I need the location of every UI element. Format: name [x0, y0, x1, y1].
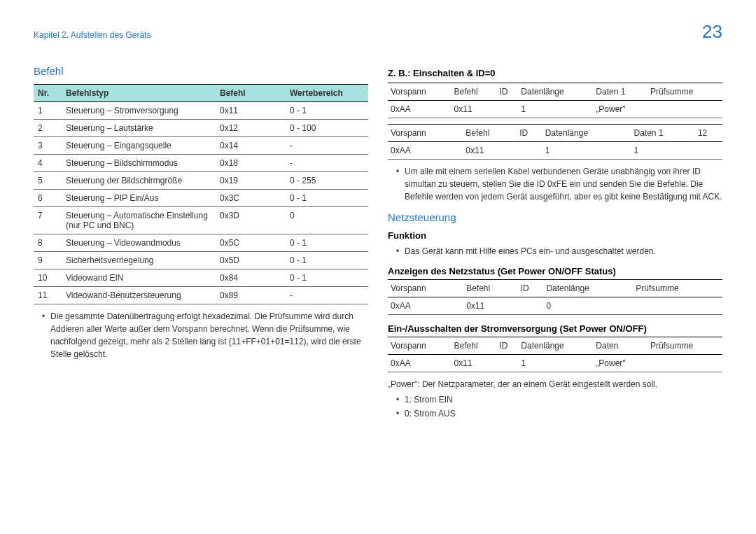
left-note: Die gesammte Datenübertragung erfolgt he…: [42, 310, 368, 360]
t2-h3: ID: [517, 125, 542, 142]
cell-typ: Steuerung – Bildschirmmodus: [62, 155, 216, 172]
left-note-list: Die gesammte Datenübertragung erfolgt he…: [34, 310, 368, 360]
right-note-list: Um alle mit einem seriellen Kabel verbun…: [388, 165, 722, 203]
table-row: 3Steuerung – Eingangsquelle0x14-: [34, 137, 368, 155]
chapter-title: Kapitel 2. Aufstellen des Geräts: [34, 30, 150, 40]
t2-h2: Befehl: [463, 125, 517, 142]
status-table: Vorspann Befehl ID Datenlänge Prüfsumme …: [388, 279, 722, 315]
t3-h5: Prüfsumme: [633, 280, 722, 297]
t2-h5: Daten 1: [631, 125, 694, 142]
t4-r1: 0xAA: [388, 355, 451, 372]
t1-r2: 0x11: [451, 101, 497, 118]
cell-befehl: 0x12: [216, 120, 286, 137]
table-row: 2Steuerung – Lautstärke0x120 - 100: [34, 120, 368, 137]
cell-nr: 1: [34, 102, 62, 120]
t4-r2: 0x11: [451, 355, 497, 372]
table-row: 10Videowand EIN0x840 - 1: [34, 269, 368, 287]
cell-typ: Steuerung der Bildschirmgröße: [62, 172, 216, 190]
cell-typ: Steuerung – Lautstärke: [62, 120, 216, 137]
status-title: Anzeigen des Netzstatus (Get Power ON/OF…: [388, 266, 722, 276]
cell-werte: 0 - 1: [286, 252, 368, 269]
cell-typ: Steuerung – Videowandmodus: [62, 234, 216, 252]
t3-h3: ID: [518, 280, 544, 297]
page-header: Kapitel 2. Aufstellen des Geräts 23: [34, 21, 722, 43]
t4-h1: Vorspann: [388, 337, 451, 355]
t2-r2: 0x11: [463, 142, 517, 160]
cell-nr: 2: [34, 120, 62, 137]
t1-h6: Prüfsumme: [648, 83, 722, 101]
cell-befehl: 0x14: [216, 137, 286, 155]
t1-h4: Datenlänge: [518, 83, 593, 101]
table-row: 4Steuerung – Bildschirmmodus0x18-: [34, 155, 368, 172]
t2-h1: Vorspann: [388, 125, 463, 142]
cell-befehl: 0x19: [216, 172, 286, 190]
cell-nr: 6: [34, 190, 62, 207]
cell-befehl: 0x89: [216, 287, 286, 304]
cell-werte: 0 - 1: [286, 102, 368, 120]
section-title-befehl: Befehl: [34, 65, 368, 77]
t2-r5: 1: [631, 142, 694, 160]
onoff-title: Ein-/Ausschalten der Stromversorgung (Se…: [388, 323, 722, 334]
cell-nr: 3: [34, 137, 62, 155]
cell-typ: Steuerung – PIP Ein/Aus: [62, 190, 216, 207]
table-row: 7Steuerung – Automatische Einstellung (n…: [34, 207, 368, 234]
cell-nr: 10: [34, 269, 62, 287]
cell-werte: 0 - 1: [286, 269, 368, 287]
t2-h6: 12: [695, 125, 722, 142]
t4-r5: „Power": [593, 355, 648, 372]
cell-werte: -: [286, 155, 368, 172]
t1-r3: [496, 101, 518, 118]
cell-befehl: 0x5C: [216, 234, 286, 252]
t4-r3: [496, 355, 518, 372]
t1-h5: Daten 1: [593, 83, 648, 101]
t2-r3: [517, 142, 542, 160]
col-header-befehl: Befehl: [216, 85, 286, 102]
funktion-text: Das Gerät kann mit Hilfe eines PCs ein- …: [396, 245, 722, 258]
cell-befehl: 0x3D: [216, 207, 286, 234]
t1-r4: 1: [518, 101, 593, 118]
example-table-2: Vorspann Befehl ID Datenlänge Daten 1 12…: [388, 124, 722, 160]
cell-nr: 8: [34, 234, 62, 252]
right-column: Z. B.: Einschalten & ID=0 Vorspann Befeh…: [388, 65, 722, 421]
cell-werte: 0: [286, 207, 368, 234]
cell-befehl: 0x5D: [216, 252, 286, 269]
t3-r4: 0: [543, 297, 633, 315]
t3-h4: Datenlänge: [543, 280, 633, 297]
cell-typ: Videowand-Benutzersteuerung: [62, 287, 216, 304]
col-header-nr: Nr.: [34, 85, 62, 102]
power-note: „Power": Der Netzparameter, der an einem…: [388, 378, 722, 391]
t4-h5: Daten: [593, 337, 648, 355]
cell-nr: 9: [34, 252, 62, 269]
command-table: Nr. Befehlstyp Befehl Wertebereich 1Steu…: [34, 84, 368, 304]
cell-nr: 4: [34, 155, 62, 172]
t3-h2: Befehl: [463, 280, 517, 297]
left-column: Befehl Nr. Befehlstyp Befehl Wertebereic…: [34, 65, 368, 421]
col-header-typ: Befehlstyp: [62, 85, 216, 102]
t2-r4: 1: [542, 142, 631, 160]
cell-typ: Steuerung – Automatische Einstellung (nu…: [62, 207, 216, 234]
table-row: 1Steuerung – Stromversorgung0x110 - 1: [34, 102, 368, 120]
t3-r5: [633, 297, 722, 315]
power-states: 1: Strom EIN 0: Strom AUS: [388, 393, 722, 420]
t1-h3: ID: [496, 83, 518, 101]
t2-r1: 0xAA: [388, 142, 463, 160]
cell-werte: 0 - 1: [286, 190, 368, 207]
t4-r4: 1: [518, 355, 593, 372]
t2-r6: [695, 142, 722, 160]
t4-h2: Befehl: [451, 337, 497, 355]
cell-typ: Steuerung – Stromversorgung: [62, 102, 216, 120]
t4-h4: Datenlänge: [518, 337, 593, 355]
cell-nr: 11: [34, 287, 62, 304]
cell-werte: 0 - 1: [286, 234, 368, 252]
t3-r3: [518, 297, 544, 315]
power-on: 1: Strom EIN: [396, 393, 722, 406]
cell-werte: 0 - 255: [286, 172, 368, 190]
t3-h1: Vorspann: [388, 280, 463, 297]
cell-befehl: 0x18: [216, 155, 286, 172]
table-row: 5Steuerung der Bildschirmgröße0x190 - 25…: [34, 172, 368, 190]
cell-typ: Sicherheitsverriegelung: [62, 252, 216, 269]
cell-werte: -: [286, 137, 368, 155]
t1-h1: Vorspann: [388, 83, 451, 101]
cell-typ: Videowand EIN: [62, 269, 216, 287]
t4-h3: ID: [496, 337, 518, 355]
